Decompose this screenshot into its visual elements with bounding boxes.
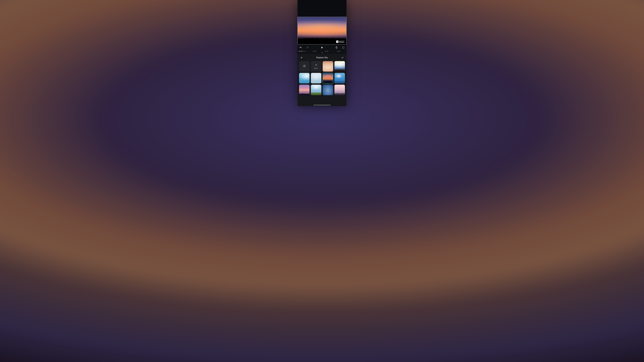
timeline-ruler[interactable]: 01:14/01:49 01:14 01:16 01:18 [298, 49, 346, 52]
current-time-label: 01:14 [299, 51, 302, 52]
playhead-indicator[interactable] [322, 52, 322, 53]
preview-area: Wondershare Filmora [298, 0, 346, 44]
watermark-brand: Wondershare [339, 40, 344, 41]
filmora-logo-icon [336, 40, 338, 43]
duration-label: /01:49 [302, 51, 306, 52]
sky-preset-tile[interactable] [311, 85, 321, 95]
timeline-tick-label: 01:18 [337, 51, 340, 52]
close-button[interactable] [300, 56, 304, 59]
confirm-button[interactable] [340, 56, 344, 59]
sky-preset-none[interactable] [299, 61, 310, 72]
replace-sky-sheet: Replace Sky Album [298, 54, 346, 106]
album-label: Album [314, 67, 318, 69]
watermark-badge: Wondershare Filmora [336, 40, 345, 43]
fullscreen-button[interactable] [341, 46, 345, 49]
keyframe-button[interactable] [334, 46, 338, 49]
phone-frame: Wondershare Filmora [298, 0, 346, 106]
timeline-ticks: 01:14 01:16 01:18 [306, 51, 345, 52]
player-controls [298, 44, 346, 49]
sky-preset-grid: Album [299, 61, 345, 98]
sky-preset-tile[interactable] [323, 73, 333, 83]
timeline-tick-label: 01:14 [313, 51, 316, 52]
sky-preset-tile[interactable] [323, 61, 333, 72]
home-indicator[interactable] [314, 105, 330, 105]
sky-preset-tile[interactable] [334, 85, 345, 95]
none-icon [303, 65, 306, 68]
sheet-title: Replace Sky [316, 56, 328, 59]
sky-preset-tile[interactable] [334, 73, 345, 83]
watermark-product: Filmora [339, 41, 344, 43]
plus-icon [315, 63, 318, 67]
redo-button[interactable] [306, 46, 310, 49]
sky-preset-tile[interactable] [311, 73, 321, 83]
video-preview[interactable]: Wondershare Filmora [298, 17, 346, 44]
sky-preset-tile[interactable] [323, 85, 333, 95]
sky-preset-tile[interactable] [299, 85, 310, 95]
undo-button[interactable] [299, 46, 303, 49]
playhead-track[interactable] [298, 52, 346, 53]
timeline-tick-label: 01:16 [325, 51, 328, 52]
play-button[interactable] [320, 46, 324, 49]
sky-preset-album[interactable]: Album [311, 61, 321, 72]
sky-preset-tile[interactable] [334, 61, 345, 72]
sky-preset-tile[interactable] [299, 73, 310, 83]
